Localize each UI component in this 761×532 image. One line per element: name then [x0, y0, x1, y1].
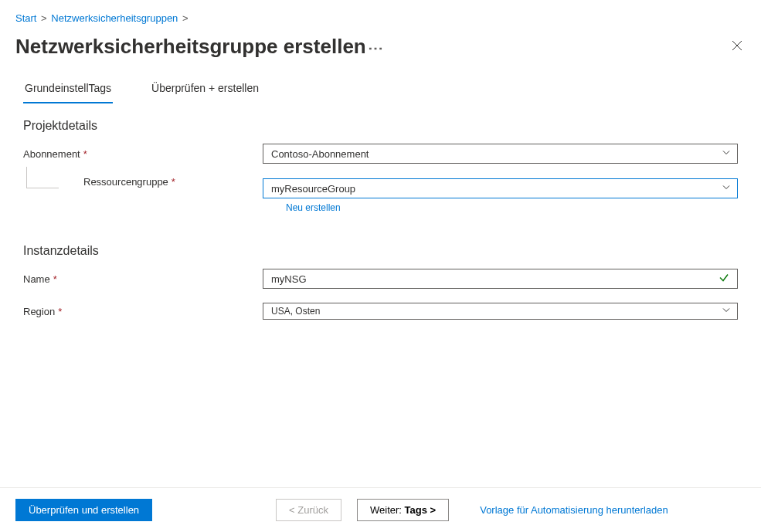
subscription-value: Contoso-Abonnement: [271, 148, 369, 160]
tabs: GrundeinstellTags Überprüfen + erstellen: [0, 77, 761, 103]
field-resource-group: Ressourcengruppe* myResourceGroup: [23, 178, 738, 199]
field-subscription: Abonnement* Contoso-Abonnement: [23, 144, 738, 164]
region-value: USA, Osten: [271, 306, 320, 317]
region-dropdown[interactable]: USA, Osten: [263, 303, 738, 320]
footer: Überprüfen und erstellen < Zurück Weiter…: [0, 487, 761, 532]
next-suffix: Tags >: [405, 504, 437, 516]
page-title: Netzwerksicherheitsgruppe erstellen ⋯: [15, 35, 384, 59]
next-prefix: Weiter:: [370, 504, 402, 516]
section-title-project: Projektdetails: [23, 119, 738, 133]
subscription-dropdown[interactable]: Contoso-Abonnement: [263, 144, 738, 164]
page-header: Netzwerksicherheitsgruppe erstellen ⋯: [0, 30, 761, 77]
region-label: Region*: [23, 306, 263, 317]
download-template-link[interactable]: Vorlage für Automatisierung herunterlade…: [480, 504, 668, 516]
name-label: Name*: [23, 273, 263, 285]
tab-basics[interactable]: GrundeinstellTags: [23, 77, 113, 103]
required-indicator: *: [53, 273, 57, 285]
breadcrumb-separator: >: [41, 12, 47, 24]
next-button[interactable]: Weiter: Tags >: [357, 499, 449, 521]
required-indicator: *: [172, 176, 175, 188]
breadcrumb-separator: >: [182, 12, 189, 24]
resource-group-label: Ressourcengruppe*: [83, 176, 175, 198]
tab-basics-label: Grundeinstell: [25, 82, 89, 94]
chevron-down-icon: [722, 306, 731, 317]
section-instance-details: Instanzdetails Name* myNSG Region* USA, …: [0, 230, 761, 347]
resource-group-value: myResourceGroup: [271, 183, 355, 195]
close-button[interactable]: [729, 36, 746, 58]
field-region: Region* USA, Osten: [23, 303, 738, 320]
subscription-label: Abonnement*: [23, 148, 263, 160]
tab-review[interactable]: Überprüfen + erstellen: [150, 77, 260, 103]
close-icon: [732, 40, 742, 51]
field-name: Name* myNSG: [23, 269, 738, 289]
new-resource-group-link[interactable]: Neu erstellen: [286, 202, 738, 213]
section-project-details: Projektdetails Abonnement* Contoso-Abonn…: [0, 119, 761, 230]
chevron-down-icon: [722, 183, 731, 195]
chevron-down-icon: [722, 148, 731, 160]
page-title-text: Netzwerksicherheitsgruppe erstellen: [15, 35, 366, 59]
back-button: < Zurück: [276, 499, 341, 521]
check-icon: [719, 273, 729, 286]
title-more-icon[interactable]: ⋯: [368, 39, 384, 57]
resource-group-dropdown[interactable]: myResourceGroup: [263, 178, 738, 198]
name-input[interactable]: myNSG: [263, 269, 738, 289]
required-indicator: *: [83, 148, 87, 160]
breadcrumb-start[interactable]: Start: [15, 12, 36, 24]
breadcrumb-nsg[interactable]: Netzwerksicherheitsgruppen: [51, 12, 178, 24]
tree-line: [26, 167, 59, 188]
required-indicator: *: [58, 306, 62, 317]
section-title-instance: Instanzdetails: [23, 244, 738, 258]
breadcrumb: Start > Netzwerksicherheitsgruppen >: [0, 0, 761, 30]
review-create-button[interactable]: Überprüfen und erstellen: [15, 499, 152, 521]
tab-basics-overlap: Tags: [89, 82, 112, 94]
name-value: myNSG: [271, 273, 307, 285]
